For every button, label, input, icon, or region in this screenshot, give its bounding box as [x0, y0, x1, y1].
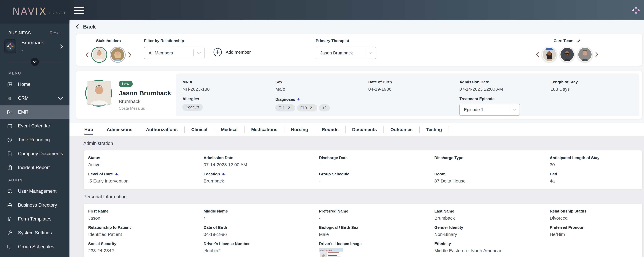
chevron-down-icon — [368, 52, 372, 54]
mr-label: MR # — [182, 80, 192, 84]
sidebar-item-system-settings[interactable]: System Settings — [0, 226, 70, 240]
dob-value: 04-19-1986 — [368, 87, 460, 92]
app-root: NAVIX HEALTH BUSINESS Reset Brumback — [0, 0, 644, 257]
sidebar-item-business-directory[interactable]: Business Directory — [0, 198, 70, 212]
field-value: Middle Eastern or North American — [434, 248, 550, 253]
bar-chart-icon — [7, 95, 12, 101]
tab-outcomes[interactable]: Outcomes — [384, 123, 419, 136]
mr-number: NH-2023-188 — [182, 87, 275, 92]
sidebar-item-incident-report[interactable]: Incident Report — [0, 161, 70, 175]
driver-license-image[interactable]: CALIFORNIA — [319, 248, 343, 257]
brand-name: NAVIX — [12, 6, 47, 16]
primary-therapist-group: Primary Therapist Jason Brumback — [316, 38, 376, 59]
chevron-down-icon — [32, 61, 37, 63]
diagnosis-pill[interactable]: F11.121 — [275, 104, 295, 111]
tab-clinical[interactable]: Clinical — [184, 123, 214, 136]
length-of-stay-value: 188 Days — [550, 87, 638, 92]
treatment-episode-label: Treatment Episode — [460, 96, 495, 101]
calendar-icon — [7, 123, 12, 129]
care-team-avatar[interactable] — [542, 47, 557, 62]
sidebar-item-home[interactable]: Home — [0, 77, 70, 91]
primary-therapist-select[interactable]: Jason Brumback — [316, 47, 376, 59]
sex-label: Sex — [275, 80, 282, 84]
business-name: Brumback — [22, 40, 60, 45]
field-value: - — [319, 216, 434, 221]
field-label: Social Security — [88, 242, 116, 246]
personal-section-title: Personal Information — [83, 194, 644, 200]
sidebar-item-crm[interactable]: CRM — [0, 91, 70, 105]
tab-admissions[interactable]: Admissions — [100, 123, 139, 136]
stakeholders-card: Stakeholders Filter by Relationship — [76, 34, 642, 66]
sidebar-item-emr[interactable]: EMR — [0, 105, 70, 119]
field-value: r — [204, 216, 319, 221]
plus-circle-icon — [213, 48, 222, 56]
sidebar: NAVIX HEALTH BUSINESS Reset Brumback — [0, 0, 70, 257]
stakeholder-avatar[interactable] — [110, 47, 126, 63]
brand-logo[interactable]: NAVIX HEALTH — [0, 0, 70, 23]
compass-icon — [4, 39, 16, 53]
field-label: Date of Birth — [204, 225, 227, 230]
diagnosis-more-pill[interactable]: +2 — [319, 104, 330, 111]
diagnosis-pill[interactable]: F10.121 — [297, 104, 317, 111]
hx-link[interactable]: Hx — [115, 173, 118, 176]
care-team-prev-icon[interactable] — [536, 51, 539, 57]
tab-documents[interactable]: Documents — [346, 123, 384, 136]
field-value: Brumback — [204, 178, 319, 184]
field-value: 233-24-2342 — [88, 248, 204, 253]
hamburger-menu-icon[interactable] — [74, 5, 84, 16]
field-value: - — [319, 162, 434, 167]
add-diagnosis-icon[interactable]: + — [297, 96, 300, 102]
treatment-episode-select[interactable]: Episode 1 — [460, 104, 520, 116]
care-team-avatar[interactable] — [560, 47, 575, 62]
hx-link[interactable]: Hx — [222, 173, 226, 176]
clipboard-plus-icon — [7, 165, 12, 170]
tab-rounds[interactable]: Rounds — [315, 123, 345, 136]
field-label: First Name — [88, 209, 108, 214]
relationship-filter-select[interactable]: All Members — [144, 47, 204, 59]
briefcase-icon — [7, 202, 12, 208]
tab-nursing[interactable]: Nursing — [284, 123, 315, 136]
file-icon — [7, 216, 12, 222]
sidebar-item-form-templates[interactable]: Form Templates — [0, 212, 70, 226]
patient-photo[interactable] — [85, 80, 112, 107]
care-team-next-icon[interactable] — [595, 51, 598, 57]
field-label: Preferred Name — [319, 209, 348, 214]
field-value: j4nbbjh2 — [204, 248, 319, 253]
care-team-label: Care Team — [554, 38, 573, 43]
dob-label: Date of Birth — [368, 80, 392, 84]
field-label: Gender Identity — [434, 225, 463, 230]
tab-testing[interactable]: Testing — [420, 123, 448, 136]
add-member-button[interactable]: Add member — [213, 48, 251, 56]
sidebar-item-group-schedules[interactable]: Group Schedules — [0, 240, 70, 254]
tab-medications[interactable]: Medications — [244, 123, 284, 136]
field-label: Anticipated Length of Stay — [550, 156, 600, 160]
back-button[interactable]: Back — [76, 24, 644, 30]
allergy-pill[interactable]: Peanuts — [182, 104, 203, 111]
hub-panel: Hub Admissions Authorizations Clinical M… — [70, 123, 644, 257]
tab-hub[interactable]: Hub — [78, 123, 100, 136]
stakeholder-avatar[interactable] — [91, 47, 107, 63]
field-label: Biological / Birth Sex — [319, 225, 358, 230]
stakeholders-prev-icon[interactable] — [86, 52, 89, 58]
stakeholders-next-icon[interactable] — [128, 52, 132, 58]
care-team-avatar[interactable] — [577, 47, 593, 62]
field-value: 07-14-2023 12:00 AM — [204, 162, 319, 167]
sidebar-item-time-reporting[interactable]: Time Reporting — [0, 133, 70, 147]
business-selector[interactable]: Brumback - — [4, 39, 63, 53]
care-team-group: Care Team — [536, 38, 598, 62]
field-value: Non-Binary — [434, 232, 550, 237]
tab-authorizations[interactable]: Authorizations — [139, 123, 184, 136]
reset-button[interactable]: Reset — [50, 30, 61, 35]
collapse-business-button[interactable] — [31, 58, 39, 66]
sidebar-item-user-management[interactable]: User Management — [0, 184, 70, 198]
sidebar-item-event-calendar[interactable]: Event Calendar — [0, 119, 70, 133]
document-check-icon — [7, 151, 12, 157]
sidebar-item-company-documents[interactable]: Company Documents — [0, 147, 70, 161]
monitor-icon — [7, 244, 12, 250]
field-value: 04-19-1986 — [204, 232, 319, 237]
field-label: Level of Care — [88, 172, 113, 177]
field-value: .5 Early Intervention — [88, 178, 204, 184]
tab-medical[interactable]: Medical — [214, 123, 244, 136]
business-subtitle: - — [22, 48, 60, 53]
edit-pencil-icon[interactable] — [576, 39, 581, 43]
